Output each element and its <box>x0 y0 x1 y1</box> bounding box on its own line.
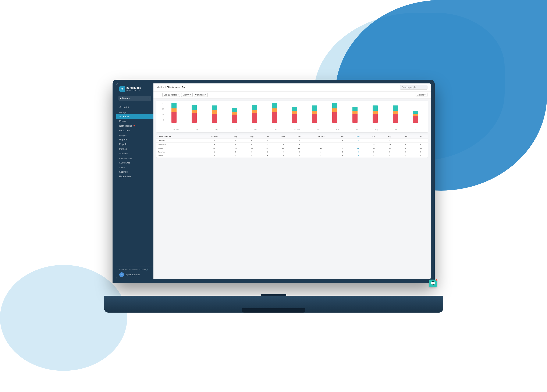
bar-stack <box>332 103 337 123</box>
bar-group <box>285 103 304 123</box>
table-cell-value: 1 <box>398 154 414 158</box>
table-cell-value: 1 <box>366 139 382 142</box>
sidebar-item-notifications[interactable]: Notifications <box>116 123 153 128</box>
chart-area: 30271890 Jul 2022AugSepOctNovDecJan 2023… <box>159 103 425 130</box>
schedule-label: Schedule <box>119 115 129 118</box>
prev-period-button[interactable]: ‹ <box>157 93 161 97</box>
notifications-label: Notifications <box>119 125 132 127</box>
sidebar-item-surveys[interactable]: Surveys <box>116 151 153 156</box>
breadcrumb-current: Clients cared for <box>167 86 185 88</box>
visit-status-select[interactable]: Visit status ▾ <box>194 93 208 97</box>
sidebar-item-metrics[interactable]: Metrics <box>116 146 153 151</box>
bar-segment-orange <box>332 108 337 112</box>
sidebar-item-send-sms[interactable]: Send SMS <box>116 160 153 165</box>
search-input[interactable] <box>400 85 427 90</box>
table-cell-value: 11 <box>366 142 382 146</box>
y-label: 27 <box>159 108 164 110</box>
sidebar-item-schedule[interactable]: Schedule <box>116 114 153 119</box>
table-cell-value: 15 <box>335 146 350 150</box>
x-label: Aug <box>196 129 198 130</box>
actions-button[interactable]: Actions ▾ <box>416 93 427 97</box>
y-label: 18 <box>159 114 164 115</box>
sidebar-item-payroll[interactable]: Payroll <box>116 142 153 146</box>
bar-segment-orange <box>232 112 237 115</box>
bar-stack <box>352 107 357 123</box>
table-cell-value: 1 <box>366 150 382 154</box>
chart-x-labels: Jul 2022AugSepOctNovDecJan 2023FebMarApr… <box>165 129 425 130</box>
team-selector[interactable]: All teams ▾ <box>118 96 151 101</box>
bar-segment-orange <box>171 108 177 112</box>
table-cell-value: 17 <box>398 146 414 150</box>
bar-segment-red <box>312 114 317 123</box>
table-cell-value: 7 <box>227 142 244 146</box>
breadcrumb-parent: Metrics <box>157 86 164 88</box>
bar-segment-teal <box>413 111 418 114</box>
table-cell-value: 0 <box>244 150 260 154</box>
period-select[interactable]: Last 12 months ▾ <box>162 93 180 97</box>
logo-subtitle: Happy Home Care <box>127 89 141 91</box>
home-label: Home <box>123 106 129 108</box>
bar-group <box>265 103 284 123</box>
table-cell-value: 19 <box>275 146 291 150</box>
table-cell-value: 1 <box>414 139 428 142</box>
table-cell-value: 12 <box>382 146 398 150</box>
table-cell-value: 4 <box>201 139 227 142</box>
table-cell-value: 10 <box>366 146 382 150</box>
table-cell-value: 0 <box>275 150 291 154</box>
bar-segment-teal <box>312 106 317 111</box>
bar-segment-red <box>272 112 277 122</box>
sidebar-item-reports[interactable]: Reports <box>116 137 153 142</box>
chat-badge <box>436 279 438 281</box>
bar-group <box>406 103 425 123</box>
bar-segment-orange <box>191 110 197 113</box>
bar-stack <box>413 111 418 123</box>
bar-group <box>205 103 224 123</box>
frequency-select[interactable]: Monthly ▾ <box>181 93 193 97</box>
bar-segment-red <box>373 114 378 123</box>
table-cell-value: 4 <box>291 154 307 158</box>
payroll-label: Payroll <box>119 143 127 146</box>
y-label: 9 <box>159 119 164 121</box>
export-data-label: Export data <box>119 175 131 178</box>
add-new-label: + Add new <box>119 129 130 132</box>
chevron-down-icon: ▾ <box>178 94 178 96</box>
bar-segment-red <box>252 113 257 123</box>
table-cell-value: 2 <box>291 139 307 142</box>
x-label: Jul <box>414 129 416 130</box>
x-label: Oct <box>235 129 237 130</box>
table-row: Started5234341534110 <box>157 154 428 158</box>
send-sms-label: Send SMS <box>119 161 130 164</box>
sidebar-item-settings[interactable]: Settings <box>116 169 153 174</box>
bar-segment-red <box>332 112 337 122</box>
share-ideas[interactable]: Share your improvement ideas! 🔗 <box>119 269 150 271</box>
breadcrumb-separator: / <box>165 86 166 88</box>
avatar: JS <box>119 272 124 277</box>
table-cell-value: 3 <box>244 154 260 158</box>
table-cell-value: 2 <box>350 139 366 142</box>
table-col-header: Jul 2022 <box>201 134 227 139</box>
bar-segment-teal <box>232 108 237 112</box>
x-label: Nov <box>254 129 257 130</box>
floating-chat-button[interactable]: 💬 <box>429 279 437 287</box>
settings-label: Settings <box>119 171 128 173</box>
sidebar-item-add-new[interactable]: + Add new <box>116 128 153 133</box>
table-cell-value: 0 <box>414 154 428 158</box>
sidebar-item-people[interactable]: People <box>116 119 153 123</box>
bar-stack <box>272 103 277 123</box>
x-label: May <box>375 129 378 130</box>
bar-group <box>245 103 264 123</box>
sidebar-item-export-data[interactable]: Export data <box>116 174 153 179</box>
bar-stack <box>312 106 317 123</box>
table-row: Missed18182119192214151710121716 <box>157 146 428 150</box>
x-label: Jan 2023 <box>294 129 300 130</box>
table-col-header: Oct <box>260 134 275 139</box>
warning-icon: ⚠ <box>119 106 122 108</box>
table-cell-value: 3 <box>335 139 350 142</box>
sidebar-item-home[interactable]: ⚠ Home <box>116 104 153 110</box>
chart-container: 30271890 Jul 2022AugSepOctNovDecJan 2023… <box>157 101 428 132</box>
laptop-notch <box>242 308 305 312</box>
reports-label: Reports <box>119 138 128 141</box>
bar-segment-orange <box>312 111 317 114</box>
bar-stack <box>232 108 237 123</box>
bar-segment-teal <box>212 106 217 110</box>
